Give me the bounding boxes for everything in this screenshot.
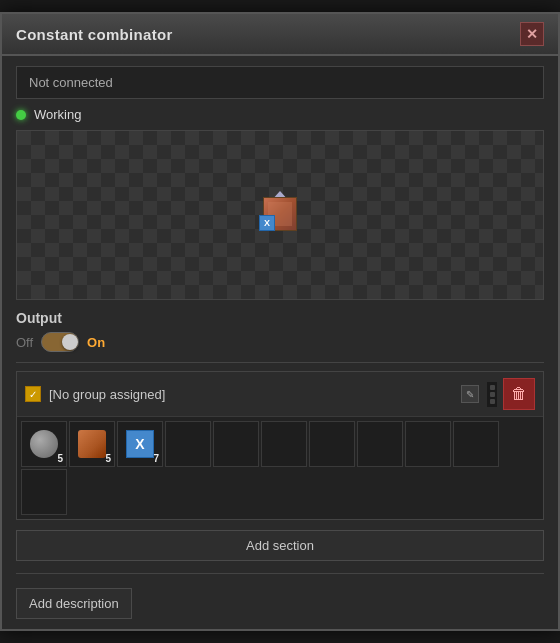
slot-5[interactable] (261, 421, 307, 467)
group-name: [No group assigned] (49, 387, 453, 402)
working-row: Working (16, 107, 544, 122)
item-x-icon: X (126, 430, 154, 458)
slot-4[interactable] (213, 421, 259, 467)
slot-0[interactable]: 5 (21, 421, 67, 467)
slot-2-count: 7 (153, 453, 159, 464)
combinator-sprite: X (263, 191, 297, 231)
slot-1-count: 5 (105, 453, 111, 464)
x-badge: X (259, 215, 275, 231)
slot-2[interactable]: X 7 (117, 421, 163, 467)
scroll-pip (490, 399, 495, 404)
on-label: On (87, 335, 105, 350)
edit-icon[interactable]: ✎ (461, 385, 479, 403)
group-header: ✓ [No group assigned] ✎ 🗑 (17, 372, 543, 417)
scroll-pip (490, 392, 495, 397)
toggle-knob (62, 334, 78, 350)
constant-combinator-window: Constant combinator ✕ Not connected Work… (0, 12, 560, 631)
group-header-right: 🗑 (487, 378, 535, 410)
slots-area: 5 5 X 7 (17, 417, 543, 519)
divider-2 (16, 573, 544, 574)
title-bar: Constant combinator ✕ (2, 14, 558, 56)
working-label: Working (34, 107, 81, 122)
toggle-row: Off On (16, 332, 544, 352)
window-content: Not connected Working X Output Off (2, 56, 558, 629)
scroll-pip (490, 385, 495, 390)
close-button[interactable]: ✕ (520, 22, 544, 46)
slot-10[interactable] (21, 469, 67, 515)
add-section-button[interactable]: Add section (16, 530, 544, 561)
item-stone-icon (30, 430, 58, 458)
divider (16, 362, 544, 363)
slot-6[interactable] (309, 421, 355, 467)
slot-9[interactable] (453, 421, 499, 467)
group-section: ✓ [No group assigned] ✎ 🗑 (16, 371, 544, 520)
scroll-indicator (487, 382, 497, 407)
group-checkbox[interactable]: ✓ (25, 386, 41, 402)
delete-group-button[interactable]: 🗑 (503, 378, 535, 410)
window-title: Constant combinator (16, 26, 173, 43)
slot-1[interactable]: 5 (69, 421, 115, 467)
working-indicator-dot (16, 110, 26, 120)
add-description-button[interactable]: Add description (16, 588, 132, 619)
preview-area: X (16, 130, 544, 300)
off-label: Off (16, 335, 33, 350)
slot-0-count: 5 (57, 453, 63, 464)
combinator-body: X (263, 197, 297, 231)
output-section: Output Off On (16, 310, 544, 352)
slot-7[interactable] (357, 421, 403, 467)
output-label: Output (16, 310, 544, 326)
on-off-toggle[interactable] (41, 332, 79, 352)
slot-8[interactable] (405, 421, 451, 467)
slot-3[interactable] (165, 421, 211, 467)
connection-status: Not connected (16, 66, 544, 99)
item-copper-icon (78, 430, 106, 458)
